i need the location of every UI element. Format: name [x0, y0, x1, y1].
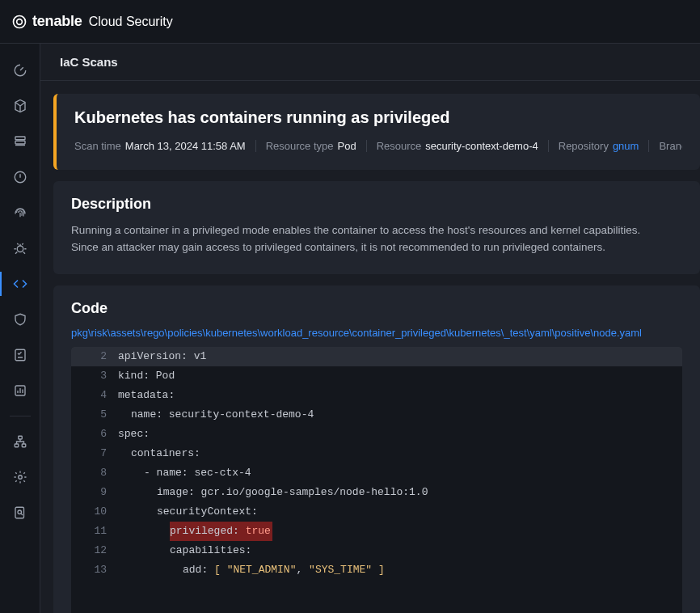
checklist-icon — [13, 348, 27, 362]
line-content: image: gcr.io/google-samples/node-hello:… — [118, 483, 682, 502]
svg-rect-9 — [15, 444, 19, 447]
gauge-nav[interactable] — [0, 53, 40, 87]
hierarchy-icon — [13, 434, 27, 449]
page-title: IaC Scans — [60, 55, 118, 69]
line-content: kind: Pod — [118, 366, 682, 386]
line-number: 2 — [71, 347, 118, 366]
finding-meta-row: Scan time March 13, 2024 11:58 AM Resour… — [74, 140, 682, 152]
code-line: 6spec: — [71, 425, 682, 444]
repository-link[interactable]: gnum — [613, 140, 639, 152]
line-content: capabilities: — [118, 541, 682, 560]
code-title: Code — [71, 300, 682, 317]
line-content: containers: — [118, 444, 682, 463]
svg-rect-2 — [15, 137, 25, 140]
svg-point-13 — [18, 510, 22, 514]
code-block: 2apiVersion: v13kind: Pod4metadata:5name… — [71, 347, 682, 613]
line-content: securityContext: — [118, 502, 682, 522]
code-line: 13add: [ "NET_ADMIN", "SYS_TIME" ] — [71, 560, 682, 580]
cube-icon — [13, 99, 27, 113]
shield-icon — [13, 312, 27, 327]
line-content: spec: — [118, 425, 682, 444]
line-number: 9 — [71, 483, 118, 502]
gear-nav[interactable] — [0, 460, 40, 494]
main-content: IaC Scans Kubernetes has containers runn… — [40, 44, 700, 613]
cube-nav[interactable] — [0, 89, 40, 123]
description-text: Running a container in a privileged mode… — [71, 222, 682, 256]
code-line: 8- name: sec-ctx-4 — [71, 463, 682, 483]
line-content: name: security-context-demo-4 — [118, 405, 682, 425]
meta-repository: Repository gnum — [559, 140, 650, 152]
svg-rect-10 — [22, 444, 26, 447]
line-number: 10 — [71, 502, 118, 522]
sidebar — [0, 44, 40, 613]
hierarchy-nav[interactable] — [0, 425, 40, 459]
line-content: apiVersion: v1 — [118, 347, 682, 366]
svg-point-1 — [17, 19, 23, 24]
svg-rect-12 — [15, 507, 24, 518]
code-nav[interactable] — [0, 267, 40, 301]
description-card: Description Running a container in a pri… — [53, 181, 700, 274]
gear-icon — [13, 470, 27, 484]
page-header: IaC Scans — [40, 44, 700, 81]
bug-icon — [13, 241, 27, 256]
code-line: 9image: gcr.io/google-samples/node-hello… — [71, 483, 682, 502]
line-number: 5 — [71, 405, 118, 425]
sidebar-divider — [10, 416, 31, 416]
finding-title: Kubernetes has containers running as pri… — [74, 108, 682, 127]
search-doc-icon — [13, 505, 27, 520]
code-line: 4metadata: — [71, 386, 682, 405]
code-line: 12capabilities: — [71, 541, 682, 560]
alert-circle-icon — [13, 170, 27, 184]
fingerprint-nav[interactable] — [0, 196, 40, 230]
brand-name: tenable — [32, 13, 82, 30]
stack-nav[interactable] — [0, 125, 40, 159]
alert-circle-nav[interactable] — [0, 160, 40, 194]
meta-resource-type: Resource type Pod — [266, 140, 367, 152]
code-line: 10securityContext: — [71, 502, 682, 522]
code-file-path[interactable]: pkg\risk\assets\rego\policies\kubernetes… — [71, 327, 682, 339]
stack-icon — [13, 134, 27, 149]
meta-resource: Resource security-context-demo-4 — [377, 140, 549, 152]
code-icon — [13, 277, 27, 291]
code-line: 3kind: Pod — [71, 366, 682, 386]
svg-rect-5 — [17, 246, 23, 252]
line-number: 7 — [71, 444, 118, 463]
line-number: 3 — [71, 366, 118, 386]
line-number: 11 — [71, 522, 118, 541]
code-line: 2apiVersion: v1 — [71, 347, 682, 366]
svg-rect-3 — [15, 141, 25, 144]
line-content: add: [ "NET_ADMIN", "SYS_TIME" ] — [118, 560, 682, 580]
line-content: privileged: true — [118, 522, 682, 541]
meta-branch: Branch main — [659, 140, 682, 152]
search-doc-nav[interactable] — [0, 496, 40, 530]
gauge-icon — [13, 63, 27, 78]
code-line: 5name: security-context-demo-4 — [71, 405, 682, 425]
bar-chart-nav[interactable] — [0, 374, 40, 408]
fingerprint-icon — [13, 205, 27, 220]
line-number: 4 — [71, 386, 118, 405]
svg-point-0 — [14, 15, 26, 27]
shield-nav[interactable] — [0, 302, 40, 336]
brand-sub: Cloud Security — [89, 15, 173, 29]
line-content: - name: sec-ctx-4 — [118, 463, 682, 483]
top-bar: tenable Cloud Security — [0, 0, 700, 44]
code-line: 11privileged: true — [71, 522, 682, 541]
finding-card: Kubernetes has containers running as pri… — [53, 94, 700, 170]
bug-nav[interactable] — [0, 231, 40, 265]
tenable-logo-icon — [11, 14, 27, 30]
line-number: 6 — [71, 425, 118, 444]
line-number: 13 — [71, 560, 118, 580]
svg-rect-6 — [15, 349, 25, 361]
line-number: 12 — [71, 541, 118, 560]
svg-point-11 — [18, 476, 22, 480]
brand[interactable]: tenable Cloud Security — [11, 13, 173, 30]
checklist-nav[interactable] — [0, 338, 40, 372]
line-content: metadata: — [118, 386, 682, 405]
svg-rect-8 — [18, 436, 22, 439]
description-title: Description — [71, 196, 682, 213]
code-line: 7containers: — [71, 444, 682, 463]
line-number: 8 — [71, 463, 118, 483]
bar-chart-icon — [13, 383, 27, 398]
meta-scan-time: Scan time March 13, 2024 11:58 AM — [74, 140, 256, 152]
code-card: Code pkg\risk\assets\rego\policies\kuber… — [53, 285, 700, 613]
